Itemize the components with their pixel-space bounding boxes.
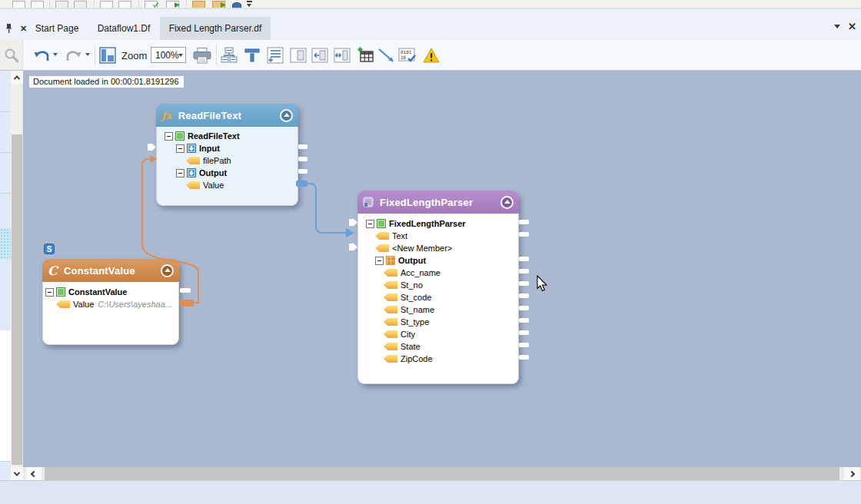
layout-list-icon[interactable] <box>266 46 284 65</box>
toolbar-overflow-icon[interactable] <box>246 1 253 8</box>
collapse-node-button[interactable] <box>500 196 514 209</box>
copy-icon[interactable] <box>100 1 113 8</box>
scroll-down-button[interactable] <box>11 467 23 480</box>
zoom-select[interactable]: 100% <box>151 47 186 63</box>
new-document-icon[interactable] <box>12 1 25 8</box>
tree-row[interactable]: St_name <box>358 303 518 316</box>
undo-dropdown-icon[interactable] <box>53 53 58 56</box>
connected-output-port[interactable] <box>180 300 194 307</box>
diagram-overview-icon[interactable] <box>98 46 117 65</box>
undo-button[interactable] <box>32 46 51 65</box>
output-port[interactable] <box>519 293 529 298</box>
tab-dataflow1[interactable]: Dataflow1.Df <box>89 17 158 40</box>
toolbar-separator <box>95 45 95 65</box>
output-port[interactable] <box>298 169 308 174</box>
vertical-scrollbar-thumb[interactable] <box>12 134 22 465</box>
tree-row[interactable]: Text <box>358 230 518 242</box>
print-icon[interactable] <box>193 46 211 65</box>
vertical-scrollbar[interactable] <box>11 71 23 480</box>
expand-panel-double-icon[interactable] <box>333 46 351 65</box>
node-constantvalue[interactable]: C ConstantValue ConstantValue ValueC:\Us… <box>42 259 179 345</box>
tree-row[interactable]: FixedLengthParser <box>358 217 518 230</box>
expand-panel-arrow-icon[interactable] <box>311 46 329 65</box>
collapse-node-button[interactable] <box>161 264 174 277</box>
tree-row[interactable]: Acc_name <box>358 267 518 279</box>
scroll-up-button[interactable] <box>11 71 23 84</box>
open-document-icon[interactable] <box>31 1 44 8</box>
output-port[interactable] <box>519 343 529 347</box>
node-constantvalue-header[interactable]: C ConstantValue <box>42 259 179 282</box>
node-readfiletext[interactable]: ƒx ReadFileText ReadFileText Input fileP… <box>156 104 298 206</box>
tree-row[interactable]: State <box>358 340 518 353</box>
node-fixedlengthparser[interactable]: FixedLengthParser FixedLengthParser Text… <box>357 191 519 384</box>
redo-button[interactable] <box>65 46 83 65</box>
horizontal-scrollbar[interactable] <box>23 467 861 480</box>
tree-row[interactable]: Input <box>157 142 298 154</box>
output-port[interactable] <box>519 232 529 237</box>
collapse-toggle-icon[interactable] <box>375 257 384 265</box>
output-port[interactable] <box>519 330 529 335</box>
tree-row[interactable]: St_type <box>358 316 518 328</box>
save-all-icon[interactable] <box>74 1 87 8</box>
collapse-toggle-icon[interactable] <box>176 144 184 153</box>
collapse-toggle-icon[interactable] <box>176 169 184 177</box>
output-port[interactable] <box>519 220 529 224</box>
toolbox-collapsed-strip[interactable] <box>0 71 11 480</box>
add-grid-icon[interactable] <box>357 46 375 65</box>
tree-row[interactable]: filePath <box>157 154 298 167</box>
output-port[interactable] <box>519 318 529 323</box>
save-document-icon[interactable] <box>55 1 68 8</box>
output-port[interactable] <box>519 257 529 261</box>
output-port[interactable] <box>519 306 529 310</box>
output-port[interactable] <box>519 269 529 274</box>
toolbox-strip-highlight[interactable] <box>0 228 11 259</box>
paste-icon[interactable] <box>118 1 131 8</box>
validate-check-icon[interactable] <box>145 1 158 8</box>
layout-hierarchy-icon[interactable] <box>220 46 238 65</box>
output-port[interactable] <box>519 355 529 360</box>
collapse-toggle-icon[interactable] <box>165 132 173 141</box>
search-icon[interactable] <box>0 40 23 70</box>
tree-row[interactable]: Value <box>157 179 298 191</box>
about-info-icon[interactable] <box>232 2 241 8</box>
run-icon[interactable] <box>166 1 179 8</box>
close-pane-icon[interactable]: ✕ <box>20 25 27 33</box>
tree-row[interactable]: ValueC:\Users\ayeshaa... <box>43 298 178 310</box>
layout-center-icon[interactable] <box>243 46 261 65</box>
collapse-node-button[interactable] <box>280 109 293 122</box>
job-icon[interactable] <box>192 1 205 8</box>
collapse-toggle-icon[interactable] <box>366 220 374 228</box>
tree-row[interactable]: Output <box>157 167 298 179</box>
link-tool-icon[interactable] <box>377 46 395 65</box>
connected-output-port[interactable] <box>296 181 308 187</box>
node-fixedlengthparser-header[interactable]: FixedLengthParser <box>357 191 519 214</box>
output-port[interactable] <box>180 288 191 293</box>
collapse-toggle-icon[interactable] <box>45 288 54 297</box>
output-port[interactable] <box>298 144 308 149</box>
pin-icon[interactable] <box>5 23 13 34</box>
preview-data-icon[interactable]: 010110 <box>398 46 417 65</box>
tree-row[interactable]: ZipCode <box>358 353 518 365</box>
tab-list-dropdown-icon[interactable] <box>834 25 840 28</box>
tree-row[interactable]: ReadFileText <box>157 130 298 142</box>
tab-fixed-length-parser[interactable]: Fixed Length Parser.df <box>160 17 271 40</box>
output-port[interactable] <box>519 281 529 286</box>
tree-row[interactable]: ConstantValue <box>43 286 178 298</box>
warnings-icon[interactable] <box>422 46 440 65</box>
redo-dropdown-icon[interactable] <box>85 53 90 56</box>
output-port[interactable] <box>298 157 308 161</box>
expand-panel-icon[interactable] <box>289 46 308 65</box>
node-readfiletext-header[interactable]: ƒx ReadFileText <box>156 104 298 127</box>
scroll-right-button[interactable] <box>844 467 859 480</box>
close-document-icon[interactable]: ✕ <box>848 22 856 32</box>
job-run-icon[interactable] <box>212 1 225 8</box>
tree-row[interactable]: St_no <box>358 279 518 291</box>
tree-row[interactable]: St_code <box>358 291 518 303</box>
zoom-dropdown-icon[interactable] <box>178 54 183 57</box>
tree-row[interactable]: City <box>358 328 518 340</box>
tree-row[interactable]: <New Member> <box>358 242 518 254</box>
scroll-left-button[interactable] <box>26 467 42 480</box>
tree-row[interactable]: Output <box>358 254 518 267</box>
tab-start-page[interactable]: Start Page <box>29 17 85 40</box>
horizontal-scrollbar-thumb[interactable] <box>45 467 839 480</box>
